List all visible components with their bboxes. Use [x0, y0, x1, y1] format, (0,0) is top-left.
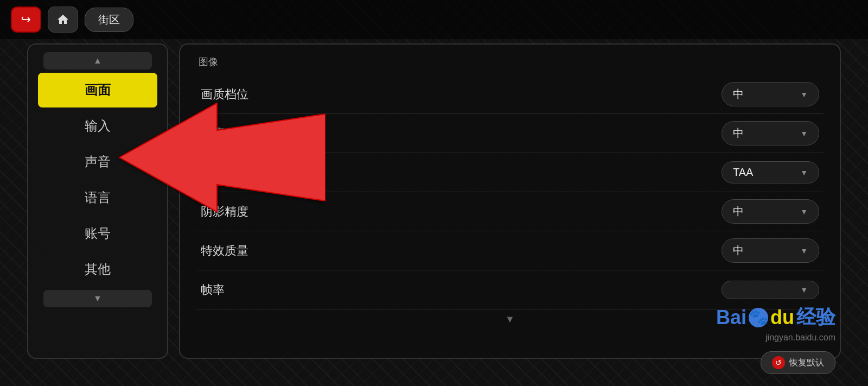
sidebar-item-zhanghao[interactable]: 账号: [38, 216, 157, 251]
shadow-label: 阴影精度: [201, 204, 248, 220]
brightness-label: 亮度: [201, 125, 225, 142]
effect-dropdown[interactable]: 中 ▼: [722, 238, 819, 263]
sidebar-label-yuyan: 语言: [85, 189, 111, 206]
effect-chevron: ▼: [800, 246, 808, 255]
brightness-chevron: ▼: [800, 129, 808, 138]
sidebar-item-shengyin[interactable]: 声音: [38, 144, 157, 179]
sidebar-label-shuru: 输入: [85, 117, 111, 135]
baidu-url: jingyan.baidu.com: [716, 333, 835, 343]
section-title: 图像: [196, 55, 824, 68]
restore-label: 恢复默认: [789, 357, 824, 369]
shadow-dropdown[interactable]: 中 ▼: [722, 199, 819, 224]
quality-preset-dropdown[interactable]: 中 ▼: [722, 82, 819, 106]
effect-value: 中: [733, 243, 744, 258]
baidu-paw-icon: 🐾: [749, 308, 768, 327]
sidebar-label-zhanghao: 账号: [85, 225, 111, 242]
antialiasing-chevron: ▼: [800, 168, 808, 177]
quality-preset-value: 中: [733, 87, 744, 102]
sidebar-label-shengyin: 声音: [85, 153, 111, 170]
baidu-jingyan: 经验: [796, 304, 835, 331]
sidebar-item-qita[interactable]: 其他: [38, 252, 157, 287]
antialiasing-value: TAA: [733, 166, 753, 179]
settings-scroll-down-icon: ▼: [505, 314, 515, 325]
sidebar-label-qita: 其他: [85, 261, 111, 278]
baidu-du: du: [770, 306, 794, 329]
framerate-chevron: ▼: [800, 286, 808, 294]
framerate-label: 帧率: [201, 282, 225, 298]
breadcrumb: 街区: [85, 8, 133, 32]
sidebar-item-shuru[interactable]: 输入: [38, 109, 157, 143]
sidebar-scroll-up[interactable]: ▲: [43, 52, 152, 69]
shadow-value: 中: [733, 204, 744, 219]
sidebar-item-huamian[interactable]: 画面: [38, 73, 157, 107]
brightness-value: 中: [733, 126, 744, 141]
sidebar-scroll-down[interactable]: ▼: [43, 290, 152, 307]
restore-default-button[interactable]: ↺ 恢复默认: [761, 351, 835, 374]
sidebar: ▲ 画面 输入 声音 语言 账号 其他 ▼: [27, 43, 168, 359]
setting-row-brightness: 亮度 中 ▼: [196, 114, 824, 153]
baidu-bai: Bai: [716, 306, 746, 329]
setting-row-quality-preset: 画质档位 中 ▼: [196, 75, 824, 114]
quality-preset-label: 画质档位: [201, 86, 248, 103]
setting-row-antialiasing: 抗锯齿 TAA ▼: [196, 153, 824, 192]
back-icon: ↩: [21, 12, 31, 27]
top-bar: ↩ 街区: [0, 0, 868, 39]
scroll-up-icon: ▲: [93, 56, 102, 66]
home-button[interactable]: [48, 7, 78, 33]
framerate-dropdown[interactable]: ▼: [722, 281, 819, 299]
brightness-dropdown[interactable]: 中 ▼: [722, 121, 819, 145]
baidu-logo: Bai 🐾 du 经验: [716, 304, 835, 331]
sidebar-label-huamian: 画面: [85, 81, 111, 99]
scroll-down-icon: ▼: [93, 294, 102, 303]
setting-row-effect: 特效质量 中 ▼: [196, 231, 824, 270]
watermark: Bai 🐾 du 经验 jingyan.baidu.com: [716, 304, 835, 343]
back-button[interactable]: ↩: [11, 7, 41, 33]
restore-icon: ↺: [772, 356, 785, 369]
shadow-chevron: ▼: [800, 207, 808, 216]
antialiasing-label: 抗锯齿: [201, 164, 237, 181]
breadcrumb-text: 街区: [98, 14, 120, 26]
setting-row-shadow: 阴影精度 中 ▼: [196, 192, 824, 231]
home-icon: [56, 13, 69, 26]
effect-label: 特效质量: [201, 243, 248, 259]
sidebar-item-yuyan[interactable]: 语言: [38, 180, 157, 215]
antialiasing-dropdown[interactable]: TAA ▼: [722, 161, 819, 183]
quality-preset-chevron: ▼: [800, 90, 808, 99]
